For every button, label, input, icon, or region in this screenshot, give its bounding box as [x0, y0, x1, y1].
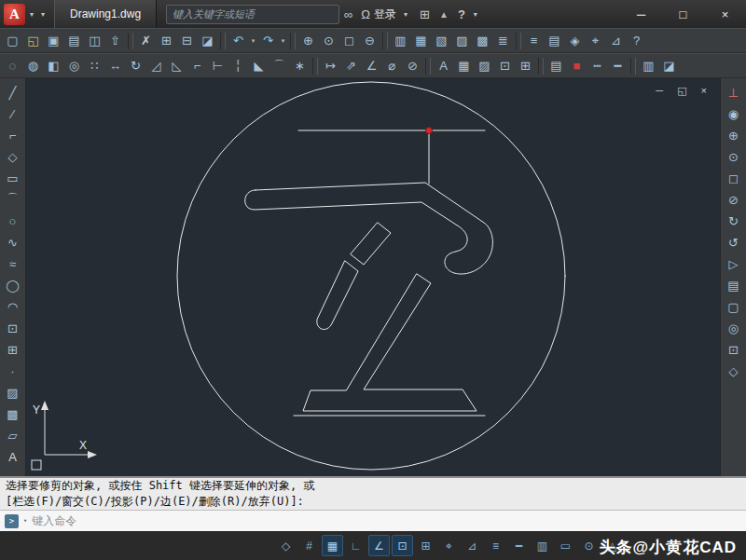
- erase-icon[interactable]: ◌: [3, 56, 22, 76]
- spline-icon[interactable]: ≈: [2, 253, 24, 274]
- polar-tracking-icon[interactable]: ∠: [368, 535, 390, 556]
- explode-icon[interactable]: ∗: [290, 56, 310, 76]
- plot-icon[interactable]: ▤: [64, 31, 84, 51]
- doc-restore-button[interactable]: ◱: [677, 85, 686, 97]
- lineweight-icon[interactable]: ━: [608, 56, 628, 76]
- full-navigation-wheel-icon[interactable]: ◉: [723, 103, 745, 124]
- help-arrow-icon[interactable]: ▾: [474, 10, 477, 19]
- sheet-set-manager-icon[interactable]: ▨: [452, 31, 472, 51]
- quickcalc-icon[interactable]: ≣: [493, 31, 513, 51]
- selection-cycling-icon[interactable]: ⊙: [578, 535, 600, 556]
- save-icon[interactable]: ▣: [44, 31, 63, 51]
- model-space-canvas[interactable]: Y X: [26, 78, 720, 476]
- drawn-circle[interactable]: [177, 82, 565, 470]
- gradient-icon[interactable]: ▩: [2, 403, 24, 424]
- free-orbit-icon[interactable]: ↺: [723, 232, 745, 253]
- command-prompt-arrow-icon[interactable]: ▾: [23, 517, 27, 525]
- object-snap-icon[interactable]: ⊡: [723, 339, 745, 360]
- dim-diameter-icon[interactable]: ⊘: [403, 56, 422, 76]
- copy-clip-icon[interactable]: ⊞: [157, 31, 176, 51]
- markup-icon[interactable]: ▩: [473, 31, 492, 51]
- document-tab[interactable]: Drawing1.dwg: [54, 0, 157, 28]
- redo-icon[interactable]: ↷: [258, 31, 278, 51]
- sign-in-button[interactable]: Ω 登录 ▾: [361, 7, 411, 22]
- zoom-extents-icon[interactable]: ⊙: [723, 146, 745, 167]
- layer-properties-icon[interactable]: ≡: [524, 31, 544, 51]
- zoom-window-icon[interactable]: ◻: [723, 168, 745, 188]
- autocad-logo-icon[interactable]: A: [4, 4, 25, 25]
- zoom-window-icon[interactable]: ◻: [339, 31, 359, 51]
- help-icon[interactable]: ?: [627, 31, 646, 51]
- polygon-icon[interactable]: ◇: [2, 146, 24, 167]
- circle-icon[interactable]: ○: [2, 211, 24, 231]
- construction-line-icon[interactable]: ∕: [2, 103, 24, 124]
- layer-control-icon[interactable]: ▤: [546, 56, 566, 76]
- pan-icon[interactable]: ⊕: [298, 31, 318, 51]
- search-icon[interactable]: ∞: [344, 7, 352, 21]
- fillet-icon[interactable]: ⌒: [269, 56, 289, 76]
- paste-icon[interactable]: ⊟: [177, 31, 197, 51]
- infocenter-search-input[interactable]: 键入关键字或短语: [166, 5, 339, 24]
- array-icon[interactable]: ∷: [85, 56, 104, 76]
- layer-states-icon[interactable]: ▤: [545, 31, 564, 51]
- app-store-cart-icon[interactable]: ⊞: [420, 7, 430, 21]
- quick-access-customize-arrow-icon[interactable]: ▾: [41, 10, 45, 19]
- insert-block-icon[interactable]: ⊡: [2, 318, 24, 338]
- undo-icon[interactable]: ↶: [228, 31, 248, 51]
- minimize-button[interactable]: ─: [620, 0, 662, 28]
- infer-constraints-icon[interactable]: ◇: [275, 535, 297, 556]
- region-icon[interactable]: ▱: [2, 425, 24, 445]
- steering-wheels-icon[interactable]: ◎: [723, 318, 745, 338]
- dim-angular-icon[interactable]: ∠: [362, 56, 381, 76]
- workspaces-icon[interactable]: ◈: [565, 31, 585, 51]
- lineweight-display-icon[interactable]: ━: [508, 535, 530, 556]
- color-control-icon[interactable]: ■: [567, 56, 587, 76]
- dynamic-input-icon[interactable]: ≡: [485, 535, 506, 556]
- mtext-icon[interactable]: A: [434, 56, 453, 76]
- grid-display-icon[interactable]: ▦: [322, 535, 343, 556]
- grip-point[interactable]: [426, 128, 433, 134]
- copy-object-icon[interactable]: ◍: [23, 56, 43, 76]
- trim-icon[interactable]: ⌐: [187, 56, 207, 76]
- revision-cloud-icon[interactable]: ∿: [2, 232, 24, 253]
- rotate-icon[interactable]: ↻: [126, 56, 145, 76]
- layer-walk-icon[interactable]: ▤: [723, 275, 745, 295]
- help-icon[interactable]: ?: [458, 7, 465, 21]
- point-icon[interactable]: ∙: [2, 361, 24, 381]
- pan-hand-icon[interactable]: ⊕: [723, 125, 745, 145]
- redo-dropdown-icon[interactable]: ▾: [279, 31, 287, 51]
- constraints-icon[interactable]: ◇: [723, 361, 745, 381]
- measure-icon[interactable]: ⊿: [606, 31, 626, 51]
- object-snap-icon[interactable]: ⊡: [392, 535, 413, 556]
- model-space[interactable]: Y X ─ ◱ ×: [26, 78, 720, 476]
- named-views-icon[interactable]: ▢: [723, 296, 745, 317]
- scale-icon[interactable]: ◿: [146, 56, 166, 76]
- monogram-top-bar[interactable]: [245, 183, 493, 274]
- break-icon[interactable]: ╎: [228, 56, 248, 76]
- zoom-realtime-icon[interactable]: ⊙: [319, 31, 338, 51]
- properties-icon[interactable]: ▥: [391, 31, 410, 51]
- orbit-icon[interactable]: ↻: [723, 211, 745, 231]
- cut-icon[interactable]: ✗: [136, 31, 156, 51]
- match-properties2-icon[interactable]: ◪: [659, 56, 679, 76]
- mtext-icon[interactable]: A: [2, 446, 24, 467]
- ucs-tool-icon[interactable]: ⊥: [723, 82, 745, 102]
- autodesk-apps-icon[interactable]: ▲: [439, 9, 449, 20]
- plot-preview-icon[interactable]: ◫: [85, 31, 104, 51]
- object-snap-3d-icon[interactable]: ⊞: [415, 535, 436, 556]
- insert-block-icon[interactable]: ⊡: [495, 56, 515, 76]
- arc-icon[interactable]: ⌒: [2, 189, 24, 210]
- rectangle-icon[interactable]: ▭: [2, 168, 24, 188]
- hatch-icon[interactable]: ▨: [475, 56, 494, 76]
- tool-palettes-icon[interactable]: ▧: [432, 31, 451, 51]
- properties-palette-icon[interactable]: ▥: [639, 56, 658, 76]
- doc-close-button[interactable]: ×: [701, 85, 707, 97]
- polyline-icon[interactable]: ⌐: [2, 125, 24, 145]
- app-menu-arrow-icon[interactable]: ▾: [30, 10, 34, 19]
- table-icon[interactable]: ▦: [454, 56, 474, 76]
- open-icon[interactable]: ◱: [23, 31, 43, 51]
- dim-aligned-icon[interactable]: ⇗: [341, 56, 361, 76]
- ellipse-arc-icon[interactable]: ◠: [2, 296, 24, 317]
- object-snap-tracking-icon[interactable]: ⌖: [438, 535, 460, 556]
- dim-linear-icon[interactable]: ↦: [321, 56, 340, 76]
